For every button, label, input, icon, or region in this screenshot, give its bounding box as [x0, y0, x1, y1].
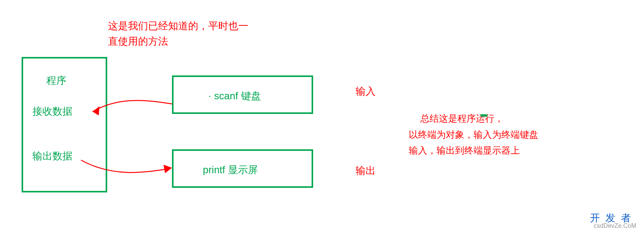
top-note-line2: 直使用的方法 [108, 34, 168, 49]
output-label: 输出 [356, 163, 376, 178]
summary-line1: 总结这是程序运行， [415, 111, 550, 127]
watermark: 开发者 csdDevZe.CoM [590, 211, 636, 229]
label-receive-data: 接收数据 [32, 105, 72, 118]
scanf-text: scanf 键盘 [214, 90, 261, 102]
svg-marker-1 [164, 165, 172, 173]
summary-line2: 以终端为对象，输入为终端键盘输入，输出到终端显示器上 [409, 127, 544, 159]
printf-label: printf 显示屏 [203, 163, 258, 177]
watermark-en: csdDevZe.CoM [590, 222, 636, 229]
input-label: 输入 [356, 84, 376, 99]
label-program: 程序 [46, 74, 66, 87]
scanf-label: ·scanf 键盘 [208, 89, 261, 103]
label-output-data: 输出数据 [32, 149, 72, 163]
top-note-line1: 这是我们已经知道的，平时也一 [108, 18, 248, 33]
